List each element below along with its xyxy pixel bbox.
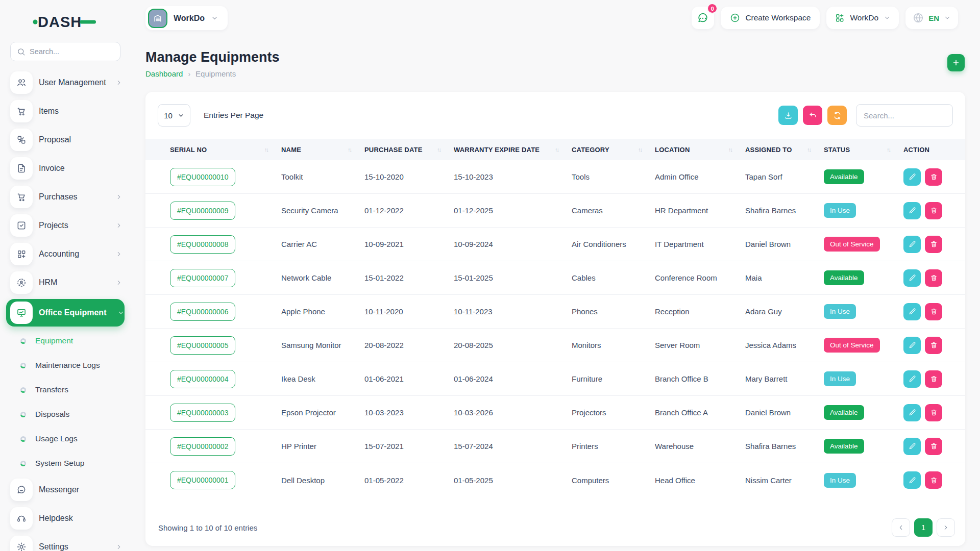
- language-selector[interactable]: EN: [905, 7, 958, 29]
- headset-icon: [10, 507, 33, 530]
- edit-button[interactable]: [903, 404, 921, 421]
- sidebar-item-user-management[interactable]: User Management: [0, 70, 122, 95]
- serial-no-link[interactable]: #EQU00000006: [170, 303, 235, 321]
- sidebar-subitem-transfers[interactable]: Transfers: [0, 380, 131, 400]
- serial-no-link[interactable]: #EQU00000010: [170, 168, 235, 186]
- edit-button[interactable]: [903, 337, 921, 354]
- sidebar-search[interactable]: [10, 42, 120, 61]
- breadcrumb-dashboard-link[interactable]: Dashboard: [145, 69, 183, 78]
- sort-icon[interactable]: ↑↓: [807, 146, 811, 153]
- cell-category: Phones: [572, 307, 655, 316]
- serial-no-link[interactable]: #EQU00000002: [170, 437, 235, 456]
- table-toolbar: 10 Entries Per Page: [145, 104, 965, 127]
- column-header-status[interactable]: STATUS ↑↓: [824, 146, 903, 154]
- sort-icon[interactable]: ↑↓: [728, 146, 732, 153]
- delete-button[interactable]: [925, 337, 942, 354]
- delete-button[interactable]: [925, 202, 942, 219]
- serial-no-link[interactable]: #EQU00000004: [170, 370, 235, 388]
- sidebar-subitem-equipment[interactable]: Equipment: [0, 331, 131, 351]
- chevron-down-icon: [884, 14, 891, 21]
- sort-icon[interactable]: ↑↓: [555, 146, 558, 153]
- sidebar-search-input[interactable]: [30, 47, 114, 56]
- cell-warranty-expire-date: 15-07-2024: [454, 442, 572, 450]
- delete-button[interactable]: [925, 370, 942, 388]
- column-header-name[interactable]: NAME ↑↓: [281, 146, 364, 154]
- add-equipment-button[interactable]: [947, 54, 965, 71]
- topbar: WorkDo 0 Create Workspace WorkDo EN: [131, 0, 980, 37]
- previous-page-button[interactable]: [892, 518, 910, 537]
- column-header-serial-no[interactable]: SERIAL NO ↑↓: [145, 146, 281, 154]
- sidebar-item-purchases[interactable]: Purchases: [0, 185, 122, 209]
- refresh-button[interactable]: [827, 106, 847, 125]
- column-header-location[interactable]: LOCATION ↑↓: [655, 146, 745, 154]
- edit-button[interactable]: [903, 202, 921, 219]
- next-page-button[interactable]: [937, 518, 955, 537]
- edit-button[interactable]: [903, 168, 921, 186]
- sort-icon[interactable]: ↑↓: [437, 146, 440, 153]
- workspace-selector[interactable]: WorkDo: [145, 6, 228, 30]
- cell-purchase-date: 10-03-2023: [364, 408, 454, 417]
- sidebar-subitem-system-setup[interactable]: System Setup: [0, 453, 131, 473]
- language-code: EN: [928, 14, 939, 22]
- delete-button[interactable]: [925, 168, 942, 186]
- sidebar-item-hrm[interactable]: HRM: [0, 270, 122, 295]
- sidebar-item-invoice[interactable]: Invoice: [0, 156, 122, 181]
- delete-button[interactable]: [925, 269, 942, 287]
- page-number-button[interactable]: 1: [914, 518, 933, 537]
- delete-button[interactable]: [925, 303, 942, 320]
- sidebar-item-messenger[interactable]: Messenger: [0, 478, 122, 502]
- serial-no-link[interactable]: #EQU00000009: [170, 202, 235, 220]
- serial-no-link[interactable]: #EQU00000003: [170, 404, 235, 422]
- table-footer: Showing 1 to 10 of 10 entries 1: [145, 518, 965, 537]
- chevron-right-icon: [115, 79, 122, 86]
- serial-no-link[interactable]: #EQU00000001: [170, 471, 235, 489]
- delete-button[interactable]: [925, 438, 942, 455]
- sidebar-item-accounting[interactable]: Accounting: [0, 242, 122, 266]
- serial-no-link[interactable]: #EQU00000005: [170, 336, 235, 355]
- sidebar-subitem-disposals[interactable]: Disposals: [0, 404, 131, 424]
- column-header-warranty-expire-date[interactable]: WARRANTY EXPIRE DATE ↑↓: [454, 146, 572, 154]
- workspace-name: WorkDo: [174, 14, 205, 23]
- edit-button[interactable]: [903, 303, 921, 320]
- entries-per-page-select[interactable]: 10: [158, 104, 190, 127]
- edit-button[interactable]: [903, 236, 921, 253]
- cell-name: Toolkit: [281, 172, 364, 181]
- sort-icon[interactable]: ↑↓: [638, 146, 642, 153]
- workdo-menu-button[interactable]: WorkDo: [826, 7, 899, 29]
- sidebar-item-items[interactable]: Items: [0, 99, 122, 123]
- sidebar-item-office-equipment[interactable]: Office Equipment: [6, 299, 125, 327]
- edit-button[interactable]: [903, 438, 921, 455]
- column-header-category[interactable]: CATEGORY ↑↓: [572, 146, 655, 154]
- sidebar-subitem-usage-logs[interactable]: Usage Logs: [0, 429, 131, 449]
- create-workspace-button[interactable]: Create Workspace: [721, 7, 820, 29]
- edit-button[interactable]: [903, 471, 921, 489]
- cell-location: Head Office: [655, 476, 745, 485]
- cell-category: Cameras: [572, 206, 655, 215]
- sidebar-subitem-maintenance-logs[interactable]: Maintenance Logs: [0, 355, 131, 375]
- table-search-input[interactable]: [856, 104, 953, 127]
- sidebar-item-helpdesk[interactable]: Helpdesk: [0, 506, 122, 531]
- serial-no-link[interactable]: #EQU00000007: [170, 269, 235, 287]
- delete-button[interactable]: [925, 404, 942, 421]
- sidebar-item-settings[interactable]: Settings: [0, 535, 122, 551]
- sidebar-item-label: Settings: [39, 542, 109, 551]
- messages-button[interactable]: 0: [692, 7, 714, 29]
- edit-button[interactable]: [903, 370, 921, 388]
- sort-icon[interactable]: ↑↓: [348, 146, 351, 153]
- export-download-button[interactable]: [778, 106, 798, 125]
- cell-action: [903, 404, 965, 421]
- serial-no-link[interactable]: #EQU00000008: [170, 235, 235, 254]
- chevron-down-icon: [944, 14, 951, 21]
- column-header-purchase-date[interactable]: PURCHASE DATE ↑↓: [364, 146, 454, 154]
- edit-button[interactable]: [903, 269, 921, 287]
- delete-button[interactable]: [925, 471, 942, 489]
- sort-icon[interactable]: ↑↓: [887, 146, 890, 153]
- sidebar-item-proposal[interactable]: Proposal: [0, 128, 122, 152]
- sort-icon[interactable]: ↑↓: [264, 146, 268, 153]
- table-row: #EQU00000006 Apple Phone 10-11-2020 10-1…: [145, 295, 965, 329]
- undo-button[interactable]: [803, 106, 822, 125]
- cell-category: Cables: [572, 273, 655, 282]
- delete-button[interactable]: [925, 236, 942, 253]
- sidebar-item-projects[interactable]: Projects: [0, 213, 122, 238]
- column-header-assigned-to[interactable]: ASSIGNED TO ↑↓: [745, 146, 824, 154]
